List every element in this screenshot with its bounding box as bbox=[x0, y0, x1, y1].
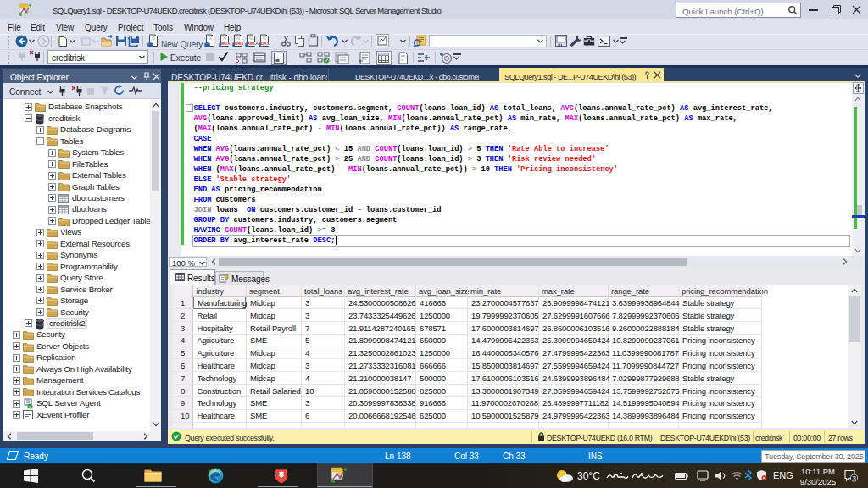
svg-text:3: 3 bbox=[852, 474, 855, 482]
